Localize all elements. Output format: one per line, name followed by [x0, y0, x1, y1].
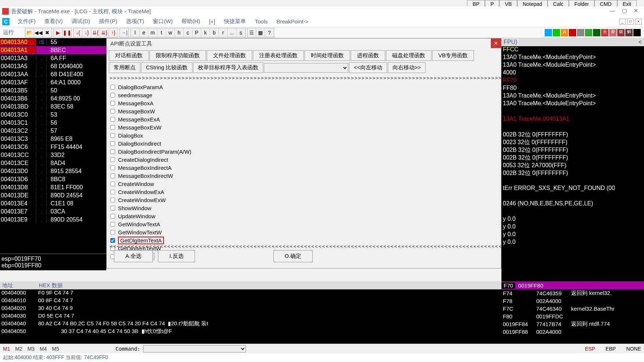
color-swatch[interactable]: 吾 — [601, 29, 608, 36]
rewind-icon[interactable]: ◀◀ — [34, 28, 43, 37]
color-swatch[interactable]: A — [561, 29, 568, 36]
window-button-c[interactable]: c — [184, 28, 192, 37]
mdi-close[interactable]: × — [635, 19, 642, 25]
disasm-row[interactable]: 004013C3.8965 E8 — [0, 135, 106, 143]
color-swatch[interactable] — [553, 29, 560, 36]
mdi-max[interactable]: □ — [627, 19, 634, 25]
hex-row[interactable]: 00404000F0 9F C4 74 7 — [0, 289, 501, 297]
window-button-e[interactable]: e — [140, 28, 148, 37]
api-checkbox[interactable] — [110, 182, 115, 186]
hex-row[interactable]: 0040402030 40 C4 74 9 — [0, 305, 501, 312]
api-checkbox[interactable] — [110, 222, 115, 227]
api-check-item[interactable]: CreateWindowExW — [110, 196, 497, 204]
api-check-item[interactable]: DialogBoxIndirectParam(A/W) — [110, 147, 497, 156]
category-tab[interactable]: VB专用函数 — [432, 50, 474, 61]
api-checkbox[interactable] — [110, 238, 115, 243]
api-checkbox[interactable] — [110, 109, 115, 114]
disasm-row[interactable]: 004013C1.56 — [0, 119, 106, 127]
maximize-button[interactable]: ▢ — [618, 7, 630, 15]
subcategory-tab[interactable]: CString 比较函数 — [141, 62, 192, 73]
disassembly-pane[interactable]: 004013A0r$55004013A1.8BEC004013A3.6A FF0… — [0, 38, 106, 270]
none-mode[interactable]: NONE — [626, 346, 641, 352]
api-checkbox[interactable] — [110, 85, 115, 89]
window-button-m[interactable]: m — [148, 28, 157, 37]
api-check-item[interactable]: GetWindowTextW — [110, 228, 497, 236]
menu-item[interactable]: 调试(D) — [67, 17, 95, 26]
esp-mode[interactable]: ESP — [585, 346, 595, 352]
select-all-button[interactable]: A.全选 — [114, 250, 153, 262]
menu-item[interactable]: Tools — [250, 17, 272, 26]
list-icon[interactable]: ☰ — [247, 28, 256, 37]
api-checkbox[interactable] — [110, 230, 115, 235]
window-button-w[interactable]: w — [166, 28, 175, 37]
color-swatch[interactable] — [569, 29, 576, 36]
color-swatch[interactable]: 破 — [617, 29, 625, 36]
nav-button[interactable]: 向右移动>> — [388, 62, 426, 73]
subcategory-tab[interactable]: 常用断点 — [109, 62, 140, 73]
close-file-icon[interactable]: ✖ — [43, 28, 52, 37]
api-checkbox[interactable] — [110, 133, 115, 138]
subcategory-tab[interactable]: 枚举目标程序导入表函数 — [193, 62, 263, 73]
disasm-row[interactable]: 004013C6.FF15 44404 — [0, 143, 106, 151]
api-check-item[interactable]: GetWindowTextA — [110, 220, 497, 228]
window-button-t[interactable]: t — [157, 28, 166, 37]
disasm-row[interactable]: 004013AA.68 D41E400 — [0, 70, 106, 78]
disasm-row[interactable]: 004013C0.53 — [0, 111, 106, 119]
color-swatch[interactable] — [577, 29, 584, 36]
minimize-button[interactable]: — — [607, 7, 618, 15]
command-input[interactable] — [143, 345, 246, 352]
disasm-row[interactable]: 004013C2.57 — [0, 127, 106, 135]
registers-pane[interactable]: FPU) < FFCC13A0 TraceMe.<ModuleEntryPoin… — [501, 38, 644, 281]
close-button[interactable]: ✕ — [630, 7, 642, 15]
disasm-row[interactable]: 004013CE.8AD4 — [0, 159, 106, 167]
menu-item[interactable]: 查看(V) — [40, 17, 67, 26]
stack-row[interactable]: F7C74C46340kernel32.BaseThr — [501, 305, 644, 312]
marker-m1[interactable]: M1 — [3, 346, 10, 352]
api-check-item[interactable]: DialogBoxIndirect — [110, 139, 497, 147]
disasm-row[interactable]: 004013E7.03CA — [0, 208, 106, 216]
window-button-k[interactable]: k — [201, 28, 210, 37]
menu-item[interactable]: 窗口(W) — [148, 17, 177, 26]
category-tab[interactable]: 文件处理函数 — [207, 50, 252, 61]
api-check-item[interactable]: MessageBoxIndirectW — [110, 172, 497, 180]
hex-row[interactable]: 00404030D0 5E C4 74 7 — [0, 312, 501, 320]
api-check-item[interactable]: UpdateWindow — [110, 212, 497, 220]
api-check-item[interactable]: DialogBox — [110, 131, 497, 139]
api-check-item[interactable]: MessageBoxExW — [110, 123, 497, 131]
disasm-row[interactable]: 004013B5.50 — [0, 87, 106, 95]
api-checkbox[interactable] — [110, 157, 115, 162]
marker-m4[interactable]: M4 — [40, 346, 47, 352]
stack-pane[interactable]: F70 0019FF80 F7474C46359返回到 kernel32.F78… — [501, 281, 644, 344]
window-button-...[interactable]: ... — [228, 28, 236, 37]
stack-row[interactable]: 0019FF8477417B74返回到 ntdll.774 — [501, 320, 644, 328]
nav-button[interactable]: <<向左移动 — [349, 62, 387, 73]
stack-row[interactable]: F7474C46359返回到 kernel32. — [501, 289, 644, 297]
step-into-icon[interactable]: ↓{ — [74, 28, 82, 37]
menu-item[interactable]: 文件(F) — [13, 17, 40, 26]
api-check-item[interactable]: MessageBoxA — [110, 99, 497, 107]
open-icon[interactable]: 📂 — [25, 28, 34, 37]
disasm-row[interactable]: 004013CC.33D2 — [0, 151, 106, 159]
mdi-min[interactable]: _ — [619, 19, 626, 25]
menu-item[interactable]: 选项(T) — [122, 17, 148, 26]
trace-into-icon[interactable]: ⇊{ — [91, 28, 100, 37]
disasm-row[interactable]: 004013A0r$55 — [0, 38, 106, 46]
api-check-item[interactable]: seedmessage — [110, 91, 497, 99]
window-button-h[interactable]: h — [175, 28, 184, 37]
color-swatch[interactable]: 解 — [625, 29, 633, 36]
api-check-item[interactable]: CreateWindowExA — [110, 188, 497, 196]
stack-row[interactable]: 0019FF88002A4000 — [501, 328, 644, 336]
api-checkbox[interactable] — [110, 93, 115, 98]
marker-m5[interactable]: M5 — [52, 346, 59, 352]
import-select[interactable] — [264, 63, 348, 73]
api-check-item[interactable]: ShowWindow — [110, 204, 497, 212]
menu-item[interactable]: 帮助(H) — [177, 17, 205, 26]
window-button-b[interactable]: b — [210, 28, 219, 37]
menu-item[interactable]: 插件(P) — [95, 17, 122, 26]
color-swatch[interactable] — [585, 29, 592, 36]
api-checkbox[interactable] — [110, 173, 115, 178]
disasm-row[interactable]: 004013B6.64:8925 00 — [0, 95, 106, 103]
marker-m2[interactable]: M2 — [15, 346, 22, 352]
trace-over-icon[interactable]: ⇊} — [100, 28, 109, 37]
category-tab[interactable]: 对话框函数 — [109, 50, 149, 61]
